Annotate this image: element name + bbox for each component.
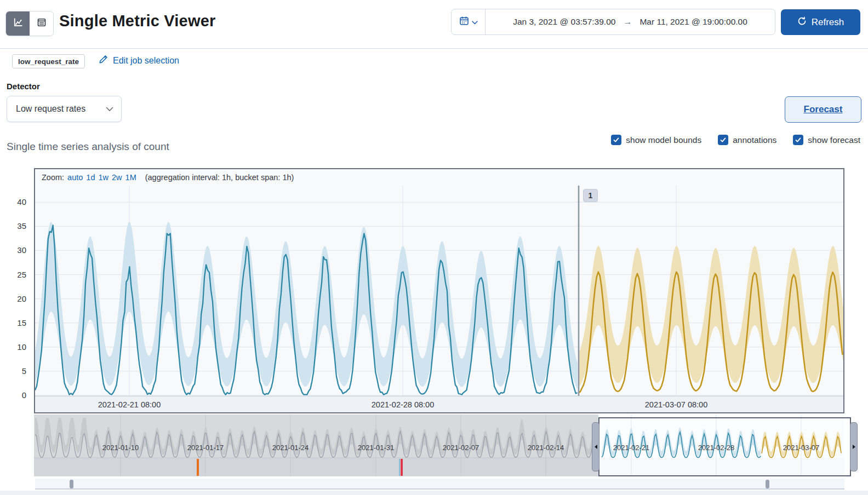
- detector-selected-value: Low request rates: [16, 104, 85, 114]
- zoom-option-1d[interactable]: 1d: [86, 173, 95, 182]
- calendar-icon: [459, 16, 469, 28]
- selection-brush[interactable]: [598, 417, 851, 476]
- calendar-dropdown-button[interactable]: [452, 9, 486, 34]
- chevron-down-icon: [106, 104, 113, 114]
- brush-handle-left[interactable]: [592, 422, 599, 471]
- y-tick-label: 35: [4, 221, 26, 231]
- zoom-option-2w[interactable]: 2w: [112, 173, 122, 182]
- checkbox-annotations[interactable]: annotations: [718, 135, 776, 145]
- main-chart-container: Zoom: auto 1d 1w 2w 1M (aggregation inte…: [34, 168, 844, 413]
- x-tick-label: 2021-02-21 08:00: [98, 400, 161, 409]
- checkbox-checked-icon: [611, 135, 621, 145]
- right-arrow-icon: [853, 445, 855, 449]
- y-tick-label: 20: [4, 294, 26, 303]
- view-toggle-group: [5, 11, 54, 36]
- edit-job-selection-link[interactable]: Edit job selection: [99, 55, 179, 66]
- refresh-button[interactable]: Refresh: [781, 9, 860, 35]
- zoom-option-1M[interactable]: 1M: [125, 173, 136, 182]
- y-tick-label: 40: [4, 197, 26, 206]
- checkbox-checked-icon: [718, 135, 728, 145]
- line-chart-icon: [13, 17, 24, 30]
- checkbox-label: annotations: [733, 135, 776, 145]
- checkbox-label: show forecast: [808, 135, 860, 145]
- pencil-icon: [99, 55, 108, 66]
- data-table-icon: [36, 17, 47, 30]
- track-handle-left[interactable]: [70, 480, 73, 488]
- brush-handle-right[interactable]: [850, 422, 858, 471]
- zoom-option-1w[interactable]: 1w: [98, 173, 108, 182]
- table-view-button[interactable]: [30, 11, 53, 36]
- aggregation-note: (aggregation interval: 1h, bucket span: …: [145, 173, 294, 182]
- y-tick-label: 25: [4, 270, 26, 279]
- checkbox-label: show model bounds: [626, 135, 701, 145]
- chevron-down-icon: [472, 17, 478, 27]
- forecast-button[interactable]: Forecast: [785, 96, 861, 123]
- annotation-tick: [399, 459, 400, 476]
- bottom-strip: [0, 491, 868, 495]
- y-tick-label: 10: [4, 342, 26, 352]
- anomaly-marker-major: [197, 459, 199, 476]
- detector-select[interactable]: Low request rates: [7, 96, 122, 122]
- track-handle-right[interactable]: [766, 480, 769, 488]
- y-tick-label: 5: [4, 366, 26, 376]
- analysis-heading: Single time series analysis of count: [7, 141, 169, 153]
- navigator-track[interactable]: [35, 479, 844, 490]
- page-title: Single Metric Viewer: [59, 12, 216, 30]
- timeseries-chart[interactable]: 2021-02-21 08:002021-02-28 08:002021-03-…: [35, 186, 843, 412]
- job-badge[interactable]: low_request_rate: [12, 54, 85, 68]
- end-date[interactable]: Mar 11, 2021 @ 19:00:00.00: [639, 17, 747, 27]
- range-arrow-icon: →: [623, 17, 632, 27]
- checkbox-show-model-bounds[interactable]: show model bounds: [611, 135, 701, 145]
- y-tick-label: 15: [4, 318, 26, 327]
- header-divider: [0, 48, 868, 49]
- checkbox-checked-icon: [793, 135, 803, 145]
- start-date[interactable]: Jan 3, 2021 @ 03:57:39.00: [513, 17, 615, 27]
- checkbox-show-forecast[interactable]: show forecast: [793, 135, 860, 145]
- y-tick-label: 30: [4, 245, 26, 255]
- anomaly-marker-critical: [401, 459, 403, 476]
- refresh-icon: [797, 16, 807, 28]
- zoom-controls: Zoom: auto 1d 1w 2w 1M (aggregation inte…: [35, 169, 843, 186]
- x-tick-label: 2021-03-07 08:00: [645, 400, 708, 409]
- date-range-display: Jan 3, 2021 @ 03:57:39.00 → Mar 11, 2021…: [486, 9, 775, 34]
- y-tick-label: 0: [4, 390, 26, 400]
- chart-view-button[interactable]: [6, 11, 30, 36]
- time-range-picker: Jan 3, 2021 @ 03:57:39.00 → Mar 11, 2021…: [451, 9, 775, 35]
- x-tick-label: 2021-02-28 08:00: [372, 400, 435, 409]
- edit-job-selection-label: Edit job selection: [113, 56, 179, 66]
- zoom-label: Zoom:: [42, 173, 64, 182]
- refresh-label: Refresh: [812, 17, 844, 28]
- left-arrow-icon: [595, 445, 597, 449]
- detector-label: Detector: [7, 82, 40, 91]
- zoom-option-auto[interactable]: auto: [67, 173, 83, 182]
- chart-option-checkboxes: show model bounds annotations show forec…: [564, 135, 860, 145]
- annotation-badge[interactable]: 1: [583, 189, 598, 202]
